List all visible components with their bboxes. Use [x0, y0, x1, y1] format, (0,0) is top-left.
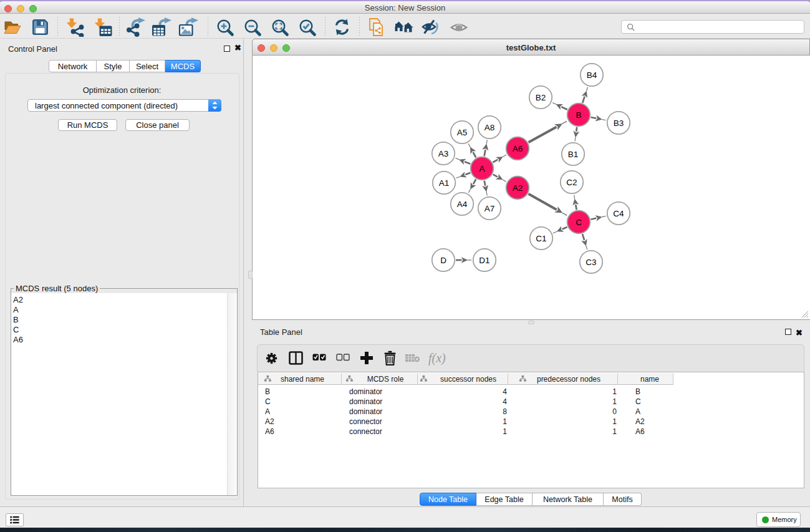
svg-text:MCDS role: MCDS role	[367, 375, 404, 384]
svg-text:D1: D1	[479, 256, 489, 265]
svg-text:B: B	[265, 387, 270, 396]
svg-text:A1: A1	[439, 178, 450, 188]
svg-text:C: C	[576, 218, 582, 227]
svg-text:C2: C2	[566, 178, 577, 187]
svg-text:A2: A2	[513, 183, 523, 193]
svg-text:1: 1	[612, 417, 617, 426]
svg-text:predecessor nodes: predecessor nodes	[537, 375, 600, 384]
svg-text:A7: A7	[485, 204, 495, 213]
svg-text:B2: B2	[536, 93, 546, 102]
svg-text:1: 1	[612, 397, 617, 406]
svg-text:A8: A8	[485, 123, 495, 132]
svg-text:A: A	[635, 407, 640, 416]
svg-text:A3: A3	[438, 149, 449, 158]
svg-text:B3: B3	[614, 118, 624, 128]
svg-text:1: 1	[503, 417, 507, 426]
svg-text:4: 4	[503, 397, 507, 406]
svg-text:B1: B1	[568, 150, 579, 159]
svg-text:A2: A2	[635, 417, 645, 426]
svg-text:C: C	[265, 397, 271, 406]
svg-text:D: D	[440, 256, 446, 265]
svg-text:C4: C4	[613, 209, 624, 218]
svg-text:B4: B4	[587, 70, 597, 80]
svg-text:A6: A6	[265, 427, 274, 436]
svg-text:8: 8	[503, 407, 507, 416]
svg-text:A5: A5	[457, 128, 468, 137]
svg-text:A2: A2	[265, 417, 274, 426]
svg-text:A: A	[479, 164, 485, 173]
svg-text:A4: A4	[457, 200, 468, 209]
svg-text:C: C	[635, 397, 641, 406]
svg-text:1: 1	[612, 387, 617, 396]
svg-text:connector: connector	[349, 427, 382, 436]
svg-text:1: 1	[503, 427, 507, 436]
svg-text:C1: C1	[536, 234, 546, 243]
svg-text:0: 0	[612, 407, 617, 416]
svg-text:C3: C3	[586, 258, 596, 267]
svg-text:A6: A6	[513, 144, 523, 153]
svg-text:B: B	[576, 110, 581, 120]
svg-text:4: 4	[503, 387, 507, 396]
svg-text:dominator: dominator	[349, 407, 382, 416]
svg-text:dominator: dominator	[349, 397, 382, 406]
svg-text:1: 1	[612, 427, 617, 436]
svg-text:name: name	[640, 375, 659, 384]
svg-text:B: B	[635, 387, 640, 396]
svg-text:A: A	[265, 407, 270, 416]
svg-text:connector: connector	[349, 417, 382, 426]
svg-text:shared name: shared name	[281, 375, 324, 384]
svg-text:dominator: dominator	[349, 387, 382, 396]
svg-text:successor nodes: successor nodes	[440, 375, 496, 384]
svg-text:A6: A6	[635, 427, 645, 436]
